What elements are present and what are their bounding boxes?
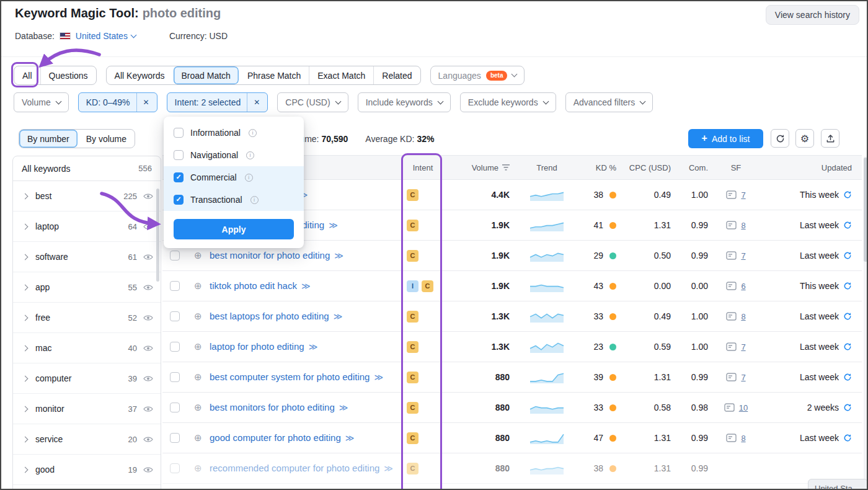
add-keyword-icon[interactable]: ⊕: [194, 249, 202, 262]
keyword-group-item[interactable]: mac 40: [13, 333, 161, 363]
add-keyword-icon[interactable]: ⊕: [194, 340, 202, 354]
filter-advanced[interactable]: Advanced filters: [565, 92, 653, 112]
refresh-icon[interactable]: [843, 403, 852, 412]
open-keyword-icon[interactable]: ≫: [301, 281, 311, 291]
keyword-group-item[interactable]: laptop 64: [13, 212, 161, 242]
expand-icon[interactable]: [22, 466, 29, 473]
expand-icon[interactable]: [22, 314, 29, 321]
refresh-icon[interactable]: [843, 373, 852, 381]
refresh-icon[interactable]: [843, 434, 852, 442]
serp-features-cell[interactable]: 8: [714, 312, 758, 321]
apply-button[interactable]: Apply: [174, 219, 294, 239]
open-keyword-icon[interactable]: ≫: [309, 342, 318, 352]
eye-icon[interactable]: [143, 345, 153, 352]
keyword-group-item[interactable]: best 225: [13, 181, 161, 212]
eye-icon[interactable]: [143, 193, 153, 200]
add-keyword-icon[interactable]: ⊕: [194, 279, 202, 293]
table-scrollbar-thumb[interactable]: [864, 158, 867, 262]
info-icon[interactable]: i: [250, 196, 259, 204]
expand-icon[interactable]: [22, 223, 29, 229]
expand-icon[interactable]: [22, 254, 29, 260]
tab-exact-match[interactable]: Exact Match: [309, 66, 373, 84]
keyword-link[interactable]: best laptops for photo editing: [210, 311, 329, 321]
refresh-button[interactable]: [771, 129, 789, 148]
column-cpc[interactable]: CPC (USD): [621, 163, 677, 172]
sf-count-link[interactable]: 6: [741, 282, 745, 291]
column-volume[interactable]: Volume: [448, 163, 516, 172]
tab-all-keywords[interactable]: All Keywords: [107, 66, 173, 84]
checkbox-transactional[interactable]: [174, 195, 184, 205]
serp-features-cell[interactable]: 7: [714, 373, 758, 382]
keyword-link[interactable]: best monitor for photo editing: [210, 250, 330, 261]
serp-features-cell[interactable]: 7: [714, 251, 758, 261]
keyword-link[interactable]: laptop for photo editing: [210, 341, 304, 352]
eye-icon[interactable]: [143, 466, 153, 473]
open-keyword-icon[interactable]: ≫: [339, 403, 348, 412]
refresh-icon[interactable]: [843, 342, 852, 351]
eye-icon[interactable]: [143, 436, 153, 443]
filter-volume[interactable]: Volume: [14, 92, 69, 112]
keyword-link[interactable]: tiktok photo edit hack: [210, 280, 297, 291]
serp-features-cell[interactable]: 6: [714, 282, 758, 291]
row-checkbox[interactable]: [170, 463, 180, 473]
sf-count-link[interactable]: 7: [741, 342, 745, 352]
clear-intent-filter-icon[interactable]: ✕: [247, 93, 260, 112]
sf-count-link[interactable]: 7: [741, 373, 745, 382]
clear-kd-filter-icon[interactable]: ✕: [136, 93, 149, 112]
info-icon[interactable]: i: [246, 151, 254, 159]
info-icon[interactable]: i: [245, 174, 253, 182]
expand-icon[interactable]: [22, 436, 29, 442]
keyword-link[interactable]: good computer for photo editing: [210, 432, 341, 443]
checkbox-navigational[interactable]: [174, 150, 184, 160]
row-checkbox[interactable]: [170, 311, 180, 321]
filter-kd[interactable]: KD: 0–49% ✕: [78, 92, 157, 112]
intent-option-informational[interactable]: Informational i: [164, 122, 304, 144]
add-keyword-icon[interactable]: ⊕: [194, 310, 202, 323]
sf-count-link[interactable]: 7: [741, 251, 745, 261]
expand-icon[interactable]: [22, 406, 29, 412]
row-checkbox[interactable]: [170, 251, 180, 261]
all-keywords-group[interactable]: All keywords 556: [13, 156, 161, 181]
add-keyword-icon[interactable]: ⊕: [194, 401, 202, 414]
filter-cpc[interactable]: CPC (USD): [277, 92, 348, 112]
row-checkbox[interactable]: [170, 372, 180, 382]
eye-icon[interactable]: [143, 284, 153, 291]
add-to-list-button[interactable]: + Add to list: [688, 129, 763, 148]
serp-features-cell[interactable]: 7: [714, 190, 758, 200]
intent-option-navigational[interactable]: Navigational i: [164, 144, 304, 166]
sf-count-link[interactable]: 8: [741, 434, 745, 443]
tab-questions[interactable]: Questions: [40, 66, 96, 84]
filter-include-keywords[interactable]: Include keywords: [358, 92, 451, 112]
open-keyword-icon[interactable]: ≫: [329, 220, 338, 230]
serp-features-cell[interactable]: 10: [714, 403, 758, 412]
tab-all[interactable]: All: [14, 66, 40, 84]
add-keyword-icon[interactable]: ⊕: [194, 461, 202, 475]
row-checkbox[interactable]: [170, 342, 180, 352]
export-button[interactable]: [821, 129, 839, 148]
keyword-link[interactable]: best computer system for photo editing: [210, 372, 370, 382]
keyword-group-item[interactable]: service 20: [13, 424, 161, 455]
tab-broad-match[interactable]: Broad Match: [173, 66, 239, 84]
checkbox-commercial[interactable]: [174, 172, 184, 182]
keyword-group-item[interactable]: monitor 37: [13, 394, 161, 424]
row-checkbox[interactable]: [170, 281, 180, 291]
keyword-group-item[interactable]: software 61: [13, 242, 161, 272]
serp-features-cell[interactable]: 7: [714, 342, 758, 352]
intent-option-commercial[interactable]: Commercial i: [164, 166, 304, 189]
eye-icon[interactable]: [143, 314, 153, 321]
tab-related[interactable]: Related: [373, 66, 420, 84]
eye-icon[interactable]: [143, 406, 153, 412]
keyword-group-item[interactable]: good 19: [13, 455, 161, 485]
refresh-icon[interactable]: [843, 282, 852, 290]
sf-count-link[interactable]: 10: [739, 403, 748, 412]
toggle-by-volume[interactable]: By volume: [78, 130, 135, 148]
intent-option-transactional[interactable]: Transactional i: [164, 189, 304, 211]
filter-intent[interactable]: Intent: 2 selected ✕: [167, 92, 268, 112]
column-com[interactable]: Com.: [677, 163, 714, 172]
serp-features-cell[interactable]: 8: [714, 221, 758, 230]
toggle-by-number[interactable]: By number: [19, 130, 78, 148]
refresh-icon[interactable]: [843, 221, 852, 229]
refresh-icon[interactable]: [843, 312, 852, 321]
open-keyword-icon[interactable]: ≫: [334, 311, 343, 321]
filter-exclude-keywords[interactable]: Exclude keywords: [460, 92, 556, 112]
